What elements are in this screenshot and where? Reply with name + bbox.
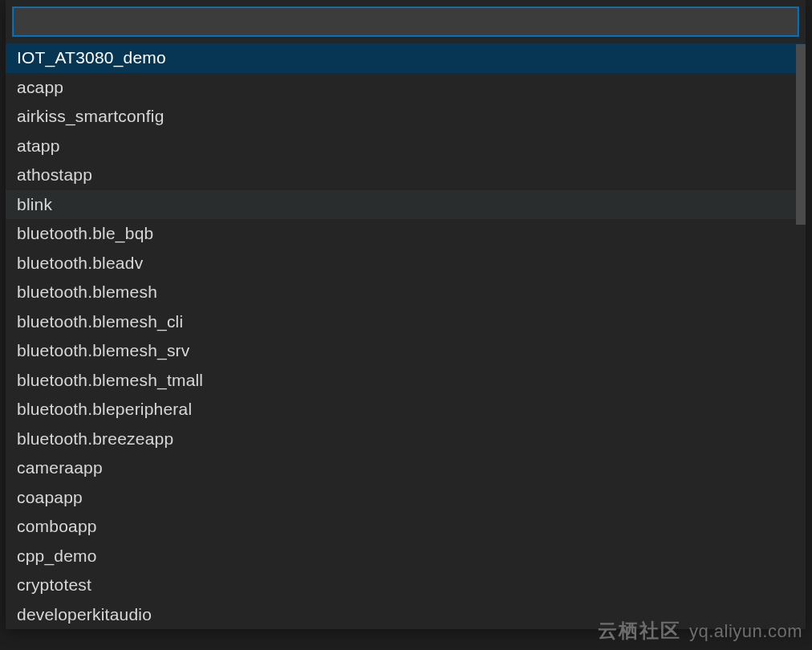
list-item[interactable]: bluetooth.blemesh_srv bbox=[6, 336, 806, 366]
list-item[interactable]: cameraapp bbox=[6, 453, 806, 483]
list-item[interactable]: bluetooth.blemesh_tmall bbox=[6, 366, 806, 396]
list-item[interactable]: developerkitaudio bbox=[6, 600, 806, 630]
list-item[interactable]: cpp_demo bbox=[6, 542, 806, 571]
list-item-label: cryptotest bbox=[17, 575, 91, 595]
list-item-label: cpp_demo bbox=[17, 546, 97, 566]
list-item-label: coapapp bbox=[17, 488, 83, 507]
filter-input[interactable] bbox=[12, 6, 799, 37]
list-item-label: blink bbox=[17, 195, 52, 214]
list-item[interactable]: comboapp bbox=[6, 512, 806, 542]
list-item[interactable]: bluetooth.breezeapp bbox=[6, 425, 806, 454]
list-item[interactable]: bluetooth.ble_bqb bbox=[6, 219, 806, 249]
list-item[interactable]: airkiss_smartconfig bbox=[6, 102, 806, 132]
list-item-label: bluetooth.ble_bqb bbox=[17, 224, 153, 243]
list-item-label: developerkitaudio bbox=[17, 605, 152, 624]
list-item-label: athostapp bbox=[17, 165, 92, 185]
list-item-label: comboapp bbox=[17, 517, 97, 536]
list-item-label: IOT_AT3080_demo bbox=[17, 48, 166, 67]
list-item-label: bluetooth.bleadv bbox=[17, 254, 143, 273]
list-item[interactable]: coapapp bbox=[6, 483, 806, 513]
list-item-label: bluetooth.blemesh_tmall bbox=[17, 371, 203, 390]
list-item-label: bluetooth.breezeapp bbox=[17, 429, 173, 449]
filter-input-wrap bbox=[6, 0, 806, 43]
list-item-label: atapp bbox=[17, 136, 60, 156]
list-item[interactable]: cryptotest bbox=[6, 571, 806, 600]
list-item-label: bluetooth.blemesh bbox=[17, 282, 157, 302]
list-item-label: acapp bbox=[17, 78, 63, 97]
list-item[interactable]: blink bbox=[6, 190, 806, 220]
list-item[interactable]: bluetooth.blemesh bbox=[6, 278, 806, 307]
list-item[interactable]: athostapp bbox=[6, 160, 806, 190]
list-item[interactable]: IOT_AT3080_demo bbox=[6, 43, 806, 73]
list-item[interactable]: bluetooth.blemesh_cli bbox=[6, 307, 806, 337]
list-item-label: bluetooth.blemesh_srv bbox=[17, 341, 190, 360]
list-item-label: cameraapp bbox=[17, 458, 103, 477]
list-item-label: bluetooth.bleperipheral bbox=[17, 400, 192, 419]
list-item-label: bluetooth.blemesh_cli bbox=[17, 312, 183, 331]
list-item-label: airkiss_smartconfig bbox=[17, 107, 164, 126]
list-item[interactable]: bluetooth.bleadv bbox=[6, 249, 806, 278]
list-item[interactable]: acapp bbox=[6, 73, 806, 103]
quickpick-list: IOT_AT3080_demoacappairkiss_smartconfiga… bbox=[6, 43, 806, 629]
list-item[interactable]: bluetooth.bleperipheral bbox=[6, 395, 806, 425]
scrollbar-thumb[interactable] bbox=[796, 44, 806, 225]
quickpick-panel: IOT_AT3080_demoacappairkiss_smartconfiga… bbox=[6, 0, 806, 629]
list-item[interactable]: atapp bbox=[6, 132, 806, 161]
